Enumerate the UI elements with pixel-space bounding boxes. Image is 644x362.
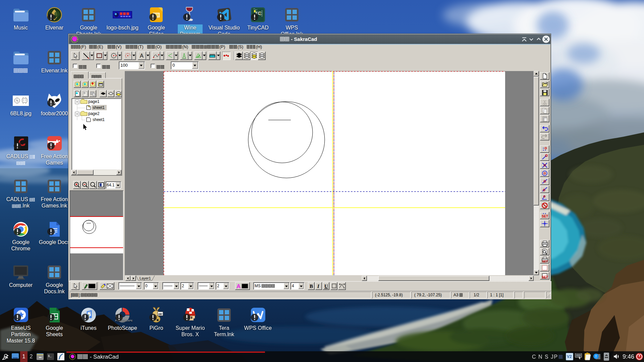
svg-text:SET: SET [542, 215, 548, 218]
svg-text:I: I [317, 284, 320, 289]
svg-text:ck!: ck! [158, 312, 162, 315]
svg-text:A: A [140, 53, 144, 59]
svg-text:SET: SET [542, 260, 548, 263]
svg-text:sheet1: sheet1 [93, 117, 105, 122]
svg-text:sheet1: sheet1 [93, 105, 105, 110]
svg-text:page1: page1 [88, 99, 100, 104]
svg-text:V2: V2 [567, 354, 572, 359]
svg-text:$_: $_ [48, 355, 52, 358]
svg-text:A: A [236, 283, 240, 290]
svg-text:B: B [310, 284, 313, 289]
svg-text:U: U [324, 284, 328, 289]
svg-text:page2: page2 [88, 111, 100, 116]
svg-text:Layer1: Layer1 [140, 276, 151, 280]
svg-text:!: ! [595, 354, 597, 358]
svg-text:SET: SET [542, 276, 548, 279]
